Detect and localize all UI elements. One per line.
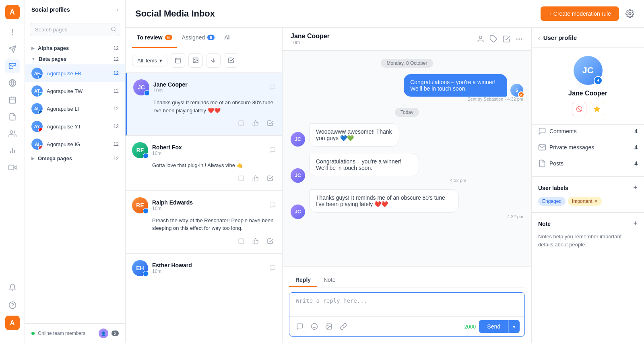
check-btn-robert[interactable] bbox=[264, 173, 276, 184]
settings-icon[interactable] bbox=[625, 9, 634, 18]
more-icon[interactable] bbox=[515, 35, 523, 43]
nav-icon-inbox[interactable] bbox=[5, 59, 20, 73]
profile-avatar-section: JC Jane Cooper bbox=[532, 48, 644, 124]
sidebar-group-omega-count: 12 bbox=[114, 156, 119, 161]
nav-icon-bell[interactable] bbox=[5, 280, 20, 295]
inbox-item-jane-cooper[interactable]: JC Jane Cooper 10m Thanks guys! It remin… bbox=[126, 73, 282, 136]
svg-rect-22 bbox=[175, 58, 180, 63]
sidebar-item-li-name: Agorapulse LI bbox=[47, 106, 109, 112]
sidebar-item-agorapulse-ig[interactable]: AI Agorapulse IG 12 bbox=[25, 135, 125, 153]
tab-to-review[interactable]: To review 6 bbox=[132, 28, 177, 48]
avatar-with-badge-1: JC bbox=[291, 132, 305, 147]
filter-all-items[interactable]: All items ▾ bbox=[132, 55, 167, 66]
send-dropdown-button[interactable]: ▾ bbox=[508, 320, 520, 333]
conv-time: 10m bbox=[291, 40, 330, 45]
nav-icon-send[interactable] bbox=[5, 42, 20, 56]
filter-check-icon[interactable] bbox=[224, 53, 238, 68]
sidebar-item-agorapulse-tw[interactable]: AT Agorapulse TW 12 bbox=[25, 82, 125, 100]
message-incoming-2: JC Congratulations – you're a winner! We… bbox=[291, 153, 523, 183]
nav-icon-chart[interactable] bbox=[5, 143, 20, 158]
online-status-dot bbox=[31, 332, 35, 335]
checkbox-ralph[interactable] bbox=[235, 236, 247, 247]
profile-block-button[interactable] bbox=[572, 102, 586, 116]
tab-assigned[interactable]: Assigned 6 bbox=[177, 28, 220, 48]
tab-all[interactable]: All bbox=[219, 28, 235, 48]
tab-to-review-label: To review bbox=[137, 34, 163, 41]
check-btn-jane[interactable] bbox=[264, 118, 276, 129]
sidebar-item-fb-count: 12 bbox=[114, 70, 119, 76]
send-button[interactable]: Send bbox=[479, 320, 508, 333]
nav-icon-dots[interactable] bbox=[5, 25, 20, 39]
search-input[interactable] bbox=[30, 23, 120, 36]
sidebar-group-omega[interactable]: ▶ Omega pages 12 bbox=[25, 153, 125, 164]
reply-tab-note[interactable]: Note bbox=[317, 273, 342, 287]
nav-icon-users[interactable] bbox=[5, 126, 20, 141]
svg-point-32 bbox=[479, 36, 482, 39]
sidebar-group-beta-count: 12 bbox=[114, 56, 119, 62]
user-avatar-bottom[interactable]: A bbox=[5, 316, 20, 330]
create-moderation-rule-button[interactable]: + Create moderation rule bbox=[541, 6, 619, 21]
inbox-item-esther-howard[interactable]: EH Esther Howard 10m bbox=[126, 254, 282, 286]
conv-header: Jane Cooper 10m bbox=[283, 28, 531, 51]
add-label-button[interactable]: + bbox=[633, 184, 638, 192]
filter-image-icon[interactable] bbox=[188, 53, 203, 68]
conv-user-info: Jane Cooper 10m bbox=[291, 33, 330, 45]
checkbox-jane[interactable] bbox=[235, 118, 247, 129]
sidebar-item-agorapulse-li[interactable]: AL Agorapulse LI 12 bbox=[25, 100, 125, 118]
filter-sort-icon[interactable] bbox=[206, 53, 221, 68]
profile-note-header: Note + bbox=[538, 219, 638, 228]
label-tag-important: Important ✕ bbox=[568, 197, 602, 206]
profile-title: User profile bbox=[543, 34, 577, 41]
profile-star-button[interactable] bbox=[590, 102, 604, 116]
profile-back-button[interactable]: ‹ bbox=[538, 35, 540, 41]
sidebar-group-alpha[interactable]: ▶ Alpha pages 12 bbox=[25, 43, 125, 54]
nav-icon-video[interactable] bbox=[5, 160, 20, 175]
chevron-right-icon: ▶ bbox=[31, 46, 35, 50]
user-icon[interactable] bbox=[477, 35, 485, 43]
nav-icon-globe[interactable] bbox=[5, 76, 20, 90]
reply-tool-chat-icon[interactable] bbox=[294, 321, 305, 332]
filter-calendar-icon[interactable] bbox=[171, 53, 185, 68]
tab-assigned-label: Assigned bbox=[182, 34, 205, 41]
app-logo[interactable]: A bbox=[5, 5, 20, 19]
reply-tool-emoji-icon[interactable] bbox=[309, 321, 320, 332]
label-important-remove-button[interactable]: ✕ bbox=[594, 199, 598, 204]
nav-icon-notes[interactable] bbox=[5, 110, 20, 124]
reply-tool-image-icon[interactable] bbox=[323, 321, 334, 332]
sidebar-item-fb-name: Agorapulse FB bbox=[47, 70, 109, 76]
nav-icon-calendar[interactable] bbox=[5, 93, 20, 107]
agorapulse-badge: A bbox=[518, 91, 524, 98]
sidebar-group-beta[interactable]: ▼ Beta pages 12 bbox=[25, 54, 125, 64]
profile-labels-title: User labels bbox=[538, 185, 568, 191]
inbox-item-avatar-robert: RF bbox=[132, 142, 148, 158]
profile-note-section: Note + Notes help you remember important… bbox=[532, 213, 644, 255]
check-icon[interactable] bbox=[502, 35, 510, 43]
svg-point-19 bbox=[111, 27, 115, 31]
tag-icon[interactable] bbox=[489, 35, 497, 43]
label-tag-engaged[interactable]: Engaged bbox=[538, 197, 566, 206]
inbox-item-robert-fox[interactable]: RF Robert Fox 10m Gotta love that plug-i… bbox=[126, 136, 282, 191]
nav-icon-help[interactable] bbox=[5, 298, 20, 312]
label-tags: Engaged Important ✕ bbox=[538, 197, 638, 206]
inbox-item-ralph-edwards[interactable]: RE Ralph Edwards 10m Preach the way of t… bbox=[126, 191, 282, 254]
sidebar-item-icon-ig: AI bbox=[31, 138, 43, 150]
check-btn-ralph[interactable] bbox=[264, 236, 276, 247]
sidebar-item-agorapulse-yt[interactable]: AY Agorapulse YT 12 bbox=[25, 118, 125, 135]
profile-column: ‹ User profile JC Jane Cooper bbox=[531, 28, 644, 343]
reply-tool-link-icon[interactable] bbox=[338, 321, 349, 332]
char-count: 2000 bbox=[464, 324, 476, 330]
reply-tab-reply[interactable]: Reply bbox=[289, 273, 317, 287]
svg-point-34 bbox=[516, 39, 517, 39]
like-btn-ralph[interactable] bbox=[250, 236, 261, 247]
checkbox-robert[interactable] bbox=[235, 173, 247, 184]
reply-input[interactable] bbox=[289, 293, 524, 315]
like-btn-jane[interactable] bbox=[250, 118, 261, 129]
sidebar-item-agorapulse-fb[interactable]: AF Agorapulse FB 12 bbox=[25, 64, 125, 82]
profile-note-title: Note bbox=[538, 221, 551, 227]
profile-action-buttons bbox=[572, 102, 604, 116]
sidebar-collapse-icon[interactable]: ‹ bbox=[117, 6, 119, 13]
add-note-button[interactable]: + bbox=[633, 219, 638, 228]
like-btn-robert[interactable] bbox=[250, 173, 261, 184]
message-bubble-outgoing-1: Congratulations – you're a winner! We'll… bbox=[404, 74, 507, 97]
sidebar-item-icon-fb: AF bbox=[31, 68, 43, 79]
